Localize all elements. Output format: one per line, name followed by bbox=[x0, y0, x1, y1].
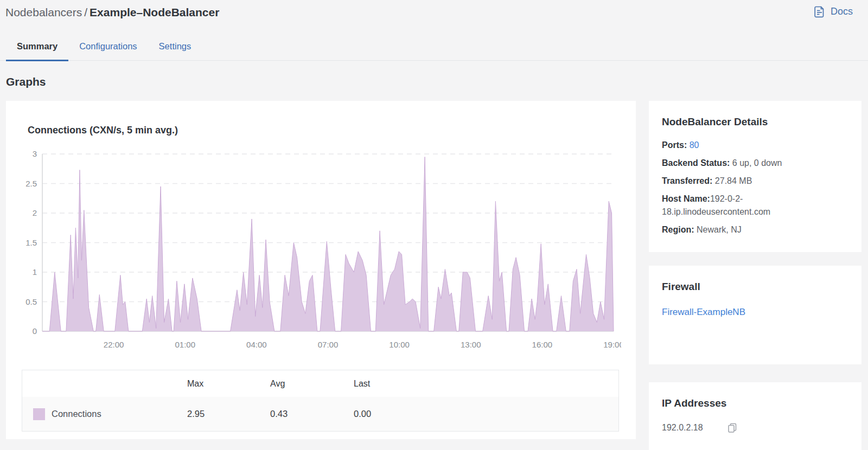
breadcrumb-nodebalancers-link[interactable]: Nodebalancers bbox=[5, 6, 82, 18]
svg-text:0.5: 0.5 bbox=[25, 297, 37, 306]
connections-last-value: 0.00 bbox=[354, 409, 618, 419]
tab-bar: Summary Configurations Settings bbox=[0, 33, 868, 61]
docs-link[interactable]: Docs bbox=[813, 5, 853, 18]
firewall-card-title: Firewall bbox=[662, 281, 848, 293]
svg-text:19:00: 19:00 bbox=[603, 340, 621, 349]
tab-settings[interactable]: Settings bbox=[148, 33, 202, 60]
tab-configurations[interactable]: Configurations bbox=[68, 33, 148, 60]
svg-text:2.5: 2.5 bbox=[25, 179, 37, 188]
graphs-card: Connections (CXN/s, 5 min avg.) 00.511.5… bbox=[6, 101, 636, 439]
svg-text:04:00: 04:00 bbox=[246, 340, 267, 349]
connections-area-chart: 00.511.522.5322:0001:0004:0007:0010:0013… bbox=[24, 146, 621, 352]
backend-status-value: 6 up, 0 down bbox=[732, 158, 782, 168]
connections-max-value: 2.95 bbox=[187, 409, 270, 419]
transferred-value: 27.84 MB bbox=[715, 176, 752, 185]
transferred-row: Transferred: 27.84 MB bbox=[662, 175, 848, 188]
svg-text:1.5: 1.5 bbox=[25, 238, 37, 247]
svg-text:10:00: 10:00 bbox=[389, 340, 410, 349]
svg-text:16:00: 16:00 bbox=[532, 340, 553, 349]
ip-card-title: IP Addresses bbox=[662, 397, 848, 409]
backend-status-label: Backend Status: bbox=[662, 158, 730, 168]
svg-text:07:00: 07:00 bbox=[318, 340, 339, 349]
port-80-link[interactable]: 80 bbox=[690, 140, 699, 150]
connections-legend-label: Connections bbox=[52, 409, 101, 419]
backend-status-row: Backend Status: 6 up, 0 down bbox=[662, 157, 848, 170]
ports-label: Ports: bbox=[662, 140, 687, 150]
metrics-table: Max Avg Last Connections 2.95 0.43 0.00 bbox=[22, 370, 619, 432]
page-title: Example–NodeBalancer bbox=[90, 6, 219, 18]
ip-address-value: 192.0.2.18 bbox=[662, 423, 703, 433]
copy-ip-icon[interactable] bbox=[727, 422, 738, 433]
connections-avg-value: 0.43 bbox=[270, 409, 354, 419]
svg-text:01:00: 01:00 bbox=[175, 340, 195, 349]
tab-summary[interactable]: Summary bbox=[6, 33, 68, 60]
breadcrumb-separator: / bbox=[82, 6, 90, 18]
metrics-table-row-connections: Connections 2.95 0.43 0.00 bbox=[22, 397, 618, 431]
metrics-table-header: Max Avg Last bbox=[22, 370, 618, 397]
breadcrumb: Nodebalancers/Example–NodeBalancer bbox=[5, 4, 219, 21]
region-value: Newark, NJ bbox=[697, 225, 742, 234]
docs-label: Docs bbox=[831, 6, 853, 17]
svg-text:1: 1 bbox=[33, 267, 37, 277]
svg-text:13:00: 13:00 bbox=[461, 340, 481, 349]
svg-text:3: 3 bbox=[33, 149, 37, 158]
ip-address-row: 192.0.2.18 bbox=[662, 422, 848, 433]
firewall-link[interactable]: Firewall-ExampleNB bbox=[662, 307, 745, 317]
col-header-last: Last bbox=[354, 379, 618, 389]
graphs-heading: Graphs bbox=[6, 75, 46, 88]
svg-text:0: 0 bbox=[33, 326, 37, 336]
nodebalancer-details-card: NodeBalancer Details Ports: 80 Backend S… bbox=[649, 101, 861, 252]
host-name-row: Host Name:192-0-2-18.ip.linodeuserconten… bbox=[662, 192, 848, 218]
region-row: Region: Newark, NJ bbox=[662, 223, 848, 236]
transferred-label: Transferred: bbox=[662, 176, 712, 185]
ports-row: Ports: 80 bbox=[662, 139, 848, 152]
svg-text:22:00: 22:00 bbox=[104, 340, 124, 349]
firewall-card: Firewall Firewall-ExampleNB bbox=[649, 266, 861, 364]
svg-text:2: 2 bbox=[33, 208, 37, 217]
details-card-title: NodeBalancer Details bbox=[662, 116, 848, 128]
ip-addresses-card: IP Addresses 192.0.2.18 bbox=[649, 382, 861, 450]
host-name-label: Host Name: bbox=[662, 194, 710, 203]
chart-title: Connections (CXN/s, 5 min avg.) bbox=[28, 125, 178, 136]
col-header-avg: Avg bbox=[270, 379, 354, 389]
connections-legend-swatch bbox=[33, 408, 45, 420]
col-header-max: Max bbox=[187, 379, 270, 389]
region-label: Region: bbox=[662, 225, 694, 234]
docs-icon bbox=[813, 5, 826, 18]
